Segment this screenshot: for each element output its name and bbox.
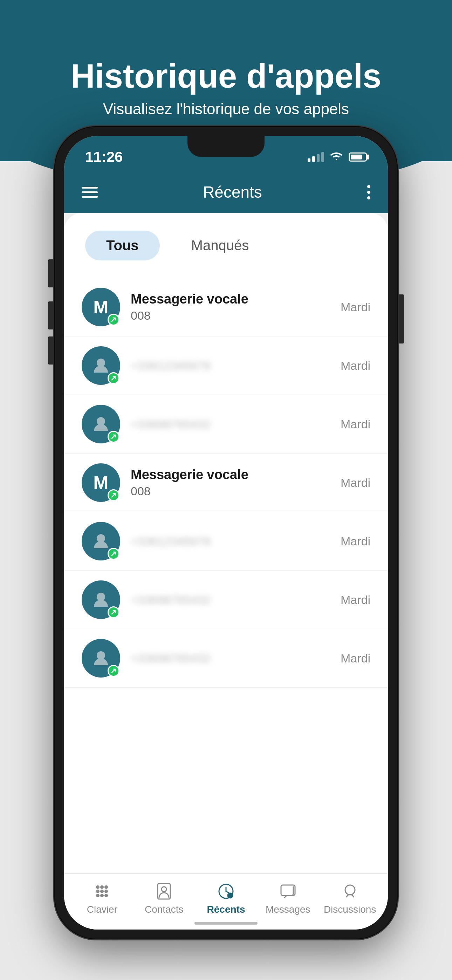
header-title: Récents (203, 183, 262, 202)
status-bar: 11:26 (64, 136, 388, 171)
outgoing-call-badge (108, 606, 119, 618)
call-time: Mardi (341, 652, 370, 665)
outgoing-call-badge (108, 314, 119, 326)
banner-title: Historique d'appels (71, 57, 382, 95)
nav-label-messages: Messages (266, 904, 310, 915)
tab-tous[interactable]: Tous (85, 231, 160, 261)
hamburger-line-2 (82, 191, 98, 193)
hamburger-line-1 (82, 187, 98, 189)
more-options-icon[interactable] (367, 185, 370, 199)
avatar-container (82, 639, 120, 678)
avatar-container: M (82, 288, 120, 326)
svg-point-10 (104, 889, 108, 893)
call-name: Messagerie vocale (131, 292, 330, 307)
svg-point-6 (100, 885, 104, 889)
call-number-blurred: +33612345678 (131, 359, 330, 372)
avatar-container: M (82, 463, 120, 502)
call-item[interactable]: +33612345678 Mardi (64, 336, 388, 395)
call-info: +33612345678 (131, 359, 330, 372)
call-number: 008 (131, 484, 330, 498)
messages-icon (278, 881, 298, 901)
tab-manques[interactable]: Manqués (170, 231, 270, 261)
nav-item-discussions[interactable]: Discussions (319, 881, 381, 915)
call-number: 008 (131, 309, 330, 323)
call-time: Mardi (341, 535, 370, 548)
phone-screen: 11:26 (64, 136, 388, 929)
call-time: Mardi (341, 476, 370, 490)
phone-wrapper: 11:26 (54, 126, 398, 939)
app-header: Récents (64, 171, 388, 213)
call-item[interactable]: +33612345678 Mardi (64, 512, 388, 571)
status-time: 11:26 (85, 149, 123, 165)
svg-point-15 (162, 887, 166, 892)
clavier-icon (92, 881, 112, 901)
home-indicator (194, 922, 258, 924)
call-time: Mardi (341, 359, 370, 372)
contacts-icon (154, 881, 174, 901)
outgoing-call-badge (108, 431, 119, 443)
call-info: Messagerie vocale 008 (131, 292, 330, 323)
avatar-container (82, 522, 120, 560)
nav-item-recents[interactable]: Récents (195, 881, 257, 915)
signal-bar-4 (321, 152, 324, 162)
call-info: +33698765432 (131, 593, 330, 607)
nav-label-discussions: Discussions (324, 904, 376, 915)
call-list: M Messagerie vocale 008 Mardi (64, 271, 388, 695)
battery-icon (349, 153, 367, 162)
call-time: Mardi (341, 593, 370, 607)
call-info: +33698765432 (131, 652, 330, 665)
battery-fill (351, 154, 362, 159)
svg-point-7 (104, 885, 108, 889)
svg-point-12 (100, 894, 104, 897)
avatar-container (82, 405, 120, 443)
outgoing-call-badge (108, 372, 119, 384)
call-time: Mardi (341, 417, 370, 431)
wifi-icon (330, 151, 343, 164)
call-time: Mardi (341, 301, 370, 314)
svg-point-13 (104, 894, 108, 897)
avatar-container (82, 346, 120, 385)
content-area: Tous Manqués M (64, 213, 388, 873)
call-number-blurred: +33698765432 (131, 652, 330, 665)
status-icons (308, 151, 367, 164)
call-info: +33612345678 (131, 535, 330, 548)
call-name: Messagerie vocale (131, 467, 330, 482)
nav-item-clavier[interactable]: Clavier (71, 881, 133, 915)
call-item[interactable]: M Messagerie vocale 008 Mardi (64, 453, 388, 512)
svg-point-8 (96, 889, 100, 893)
svg-point-5 (96, 885, 100, 889)
discussions-icon (340, 881, 360, 901)
hamburger-line-3 (82, 196, 98, 198)
signal-bar-1 (308, 158, 310, 162)
call-item[interactable]: +33698765432 Mardi (64, 395, 388, 453)
dot-2 (367, 191, 370, 194)
hamburger-menu-icon[interactable] (82, 187, 98, 198)
outgoing-call-badge (108, 489, 119, 501)
recents-icon (216, 881, 236, 901)
outgoing-call-badge (108, 548, 119, 560)
dot-1 (367, 185, 370, 188)
bottom-nav: Clavier Contacts (64, 873, 388, 929)
notch (188, 136, 264, 157)
signal-bars-icon (308, 152, 324, 162)
call-info: +33698765432 (131, 417, 330, 431)
signal-bar-2 (312, 156, 315, 162)
nav-label-clavier: Clavier (87, 904, 118, 915)
call-number-blurred: +33698765432 (131, 417, 330, 431)
call-item[interactable]: +33698765432 Mardi (64, 571, 388, 629)
nav-label-contacts: Contacts (145, 904, 184, 915)
tabs: Tous Manqués (64, 213, 388, 271)
svg-point-9 (100, 889, 104, 893)
call-item[interactable]: M Messagerie vocale 008 Mardi (64, 278, 388, 336)
nav-item-messages[interactable]: Messages (257, 881, 319, 915)
svg-point-18 (345, 885, 355, 895)
call-item[interactable]: +33698765432 Mardi (64, 629, 388, 688)
nav-label-recents: Récents (207, 904, 245, 915)
nav-item-contacts[interactable]: Contacts (133, 881, 195, 915)
call-info: Messagerie vocale 008 (131, 467, 330, 498)
call-number-blurred: +33698765432 (131, 593, 330, 607)
dot-3 (367, 196, 370, 199)
outgoing-call-badge (108, 665, 119, 677)
banner-subtitle: Visualisez l'historique de vos appels (103, 100, 349, 118)
phone-outer: 11:26 (54, 126, 398, 939)
